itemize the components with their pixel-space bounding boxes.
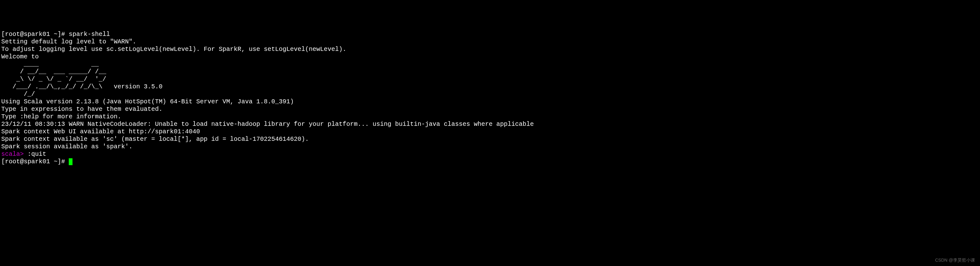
terminal-output[interactable]: [root@spark01 ~]# spark-shellSetting def…	[1, 31, 979, 165]
output-line: 23/12/11 08:30:13 WARN NativeCodeLoader:…	[1, 120, 979, 128]
ascii-art-line: ____ __	[1, 60, 979, 68]
shell-prompt: [root@spark01 ~]#	[1, 31, 69, 38]
output-line: Setting default log level to "WARN".	[1, 38, 979, 46]
output-line: Spark context Web UI available at http:/…	[1, 128, 979, 136]
cursor-icon	[69, 158, 73, 165]
scala-prompt: scala>	[1, 150, 27, 158]
ascii-art-line: _\ \/ _ \/ _ `/ __/ '_/	[1, 76, 979, 83]
scala-command: :quit	[27, 150, 46, 158]
ascii-art-line: /___/ .__/\_,_/_/ /_/\_\ version 3.5.0	[1, 83, 979, 90]
output-line: Type in expressions to have them evaluat…	[1, 106, 979, 113]
shell-prompt: [root@spark01 ~]#	[1, 158, 69, 165]
output-line: Welcome to	[1, 53, 979, 60]
ascii-art-line: /_/	[1, 90, 979, 98]
ascii-art-line: / __/__ ___ _____/ /__	[1, 68, 979, 76]
output-line: Spark session available as 'spark'.	[1, 143, 979, 150]
output-line: To adjust logging level use sc.setLogLev…	[1, 46, 979, 53]
output-line: Spark context available as 'sc' (master …	[1, 136, 979, 143]
watermark-text: CSDN @李昊哲小课	[935, 258, 975, 263]
output-line: Using Scala version 2.13.8 (Java HotSpot…	[1, 98, 979, 106]
output-line: Type :help for more information.	[1, 113, 979, 120]
command-text: spark-shell	[69, 31, 110, 38]
